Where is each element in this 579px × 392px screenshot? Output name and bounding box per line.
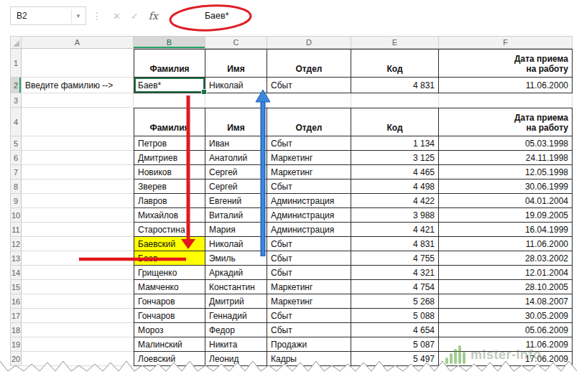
cell-A20[interactable] bbox=[22, 352, 134, 366]
cell-D10[interactable]: Администрация bbox=[267, 208, 351, 223]
cell-A18[interactable] bbox=[22, 323, 134, 337]
cell-B1[interactable]: Фамилия bbox=[134, 49, 205, 78]
cell-C16[interactable]: Дмитрий bbox=[205, 294, 267, 309]
cell-C6[interactable]: Анатолий bbox=[205, 151, 267, 165]
cell-C14[interactable]: Аркадий bbox=[205, 266, 267, 280]
cell-B19[interactable]: Малинский bbox=[134, 337, 205, 352]
cell-F6[interactable]: 24.11.1998 bbox=[439, 151, 573, 165]
cell-E13[interactable]: 4 755 bbox=[351, 251, 439, 266]
cell-C19[interactable]: Никита bbox=[205, 337, 267, 352]
row-header-3[interactable]: 3 bbox=[10, 93, 22, 108]
row-header-17[interactable]: 17 bbox=[10, 309, 22, 323]
cell-B12[interactable]: Баевский bbox=[134, 237, 205, 251]
cell-C18[interactable]: Федор bbox=[205, 323, 267, 337]
cell-E1[interactable]: Код bbox=[351, 49, 439, 78]
cell-B3[interactable] bbox=[134, 93, 205, 108]
cell-A11[interactable] bbox=[22, 223, 134, 237]
row-header-8[interactable]: 8 bbox=[10, 179, 22, 194]
cell-C20[interactable]: Леонид bbox=[205, 352, 267, 366]
cell-B8[interactable]: Зверев bbox=[134, 179, 205, 194]
row-header-9[interactable]: 9 bbox=[10, 194, 22, 208]
cell-F4[interactable]: Дата приема на работу bbox=[439, 108, 573, 136]
select-all-corner[interactable] bbox=[10, 36, 22, 49]
cell-E19[interactable]: 5 087 bbox=[351, 337, 439, 352]
cell-F10[interactable]: 19.09.2005 bbox=[439, 208, 573, 223]
cell-F12[interactable]: 11.06.2000 bbox=[439, 237, 573, 251]
cell-A1[interactable] bbox=[22, 49, 134, 78]
cell-A8[interactable] bbox=[22, 179, 134, 194]
row-header-10[interactable]: 10 bbox=[10, 208, 22, 223]
cell-A14[interactable] bbox=[22, 266, 134, 280]
cell-E5[interactable]: 1 134 bbox=[351, 136, 439, 151]
row-header-2[interactable]: 2 bbox=[10, 78, 22, 93]
cell-C15[interactable]: Константин bbox=[205, 280, 267, 294]
cell-D16[interactable]: Маркетинг bbox=[267, 294, 351, 309]
cell-C2[interactable]: Николай bbox=[205, 78, 267, 93]
cell-E8[interactable]: 4 498 bbox=[351, 179, 439, 194]
cell-E9[interactable]: 4 422 bbox=[351, 194, 439, 208]
cell-D19[interactable]: Продажи bbox=[267, 337, 351, 352]
cell-D15[interactable]: Маркетинг bbox=[267, 280, 351, 294]
name-box[interactable]: B2 ▼ bbox=[10, 6, 86, 25]
row-header-16[interactable]: 16 bbox=[10, 294, 22, 309]
cell-F14[interactable]: 12.01.2004 bbox=[439, 266, 573, 280]
cell-B20[interactable]: Лоевский bbox=[134, 352, 205, 366]
column-header-B[interactable]: B bbox=[134, 36, 205, 49]
cell-C1[interactable]: Имя bbox=[205, 49, 267, 78]
cell-E17[interactable]: 5 088 bbox=[351, 309, 439, 323]
cell-A19[interactable] bbox=[22, 337, 134, 352]
cell-F20[interactable]: 17.06.2009 bbox=[439, 352, 573, 366]
enter-icon[interactable]: ✓ bbox=[131, 11, 139, 22]
row-header-4[interactable]: 4 bbox=[10, 108, 22, 136]
row-header-7[interactable]: 7 bbox=[10, 165, 22, 179]
cell-C7[interactable]: Сергей bbox=[205, 165, 267, 179]
cell-A9[interactable] bbox=[22, 194, 134, 208]
column-header-F[interactable]: F bbox=[439, 36, 573, 49]
cell-D5[interactable]: Сбыт bbox=[267, 136, 351, 151]
cell-A5[interactable] bbox=[22, 136, 134, 151]
cell-A4[interactable] bbox=[22, 108, 134, 136]
cell-F13[interactable]: 28.03.2002 bbox=[439, 251, 573, 266]
cell-B2[interactable]: Баев* bbox=[134, 78, 205, 93]
cell-B4[interactable]: Фамилия bbox=[134, 108, 205, 136]
cell-B10[interactable]: Михайлов bbox=[134, 208, 205, 223]
cell-A6[interactable] bbox=[22, 151, 134, 165]
row-header-6[interactable]: 6 bbox=[10, 151, 22, 165]
cell-A7[interactable] bbox=[22, 165, 134, 179]
cell-F16[interactable]: 14.08.2007 bbox=[439, 294, 573, 309]
column-header-C[interactable]: C bbox=[205, 36, 267, 49]
cell-D14[interactable]: Сбыт bbox=[267, 266, 351, 280]
cell-B9[interactable]: Лавров bbox=[134, 194, 205, 208]
column-header-A[interactable]: A bbox=[22, 36, 134, 49]
column-header-D[interactable]: D bbox=[267, 36, 351, 49]
cell-E2[interactable]: 4 831 bbox=[351, 78, 439, 93]
cell-C13[interactable]: Эмиль bbox=[205, 251, 267, 266]
cell-F18[interactable]: 05.06.2009 bbox=[439, 323, 573, 337]
cell-D2[interactable]: Сбыт bbox=[267, 78, 351, 93]
cell-B5[interactable]: Петров bbox=[134, 136, 205, 151]
cell-E4[interactable]: Код bbox=[351, 108, 439, 136]
cell-C17[interactable]: Геннадий bbox=[205, 309, 267, 323]
column-header-E[interactable]: E bbox=[351, 36, 439, 49]
formula-bar-input[interactable]: Баев* bbox=[205, 11, 229, 21]
cell-C9[interactable]: Евгений bbox=[205, 194, 267, 208]
cell-D1[interactable]: Отдел bbox=[267, 49, 351, 78]
cell-F15[interactable]: 28.10.2005 bbox=[439, 280, 573, 294]
cell-B13[interactable]: Баев bbox=[134, 251, 205, 266]
cell-F1[interactable]: Дата приема на работу bbox=[439, 49, 573, 78]
row-header-19[interactable]: 19 bbox=[10, 337, 22, 352]
cell-F17[interactable]: 30.05.2009 bbox=[439, 309, 573, 323]
cell-F5[interactable]: 05.03.1998 bbox=[439, 136, 573, 151]
cell-D8[interactable]: Сбыт bbox=[267, 179, 351, 194]
cell-E6[interactable]: 3 125 bbox=[351, 151, 439, 165]
cell-C4[interactable]: Имя bbox=[205, 108, 267, 136]
cell-D11[interactable]: Администрация bbox=[267, 223, 351, 237]
cell-E20[interactable]: 5 497 bbox=[351, 352, 439, 366]
cell-E18[interactable]: 4 654 bbox=[351, 323, 439, 337]
row-header-18[interactable]: 18 bbox=[10, 323, 22, 337]
cell-E3[interactable] bbox=[351, 93, 439, 108]
row-header-15[interactable]: 15 bbox=[10, 280, 22, 294]
cell-D18[interactable]: Сбыт bbox=[267, 323, 351, 337]
insert-function-icon[interactable]: fx bbox=[149, 10, 158, 22]
cell-F11[interactable]: 16.04.1999 bbox=[439, 223, 573, 237]
